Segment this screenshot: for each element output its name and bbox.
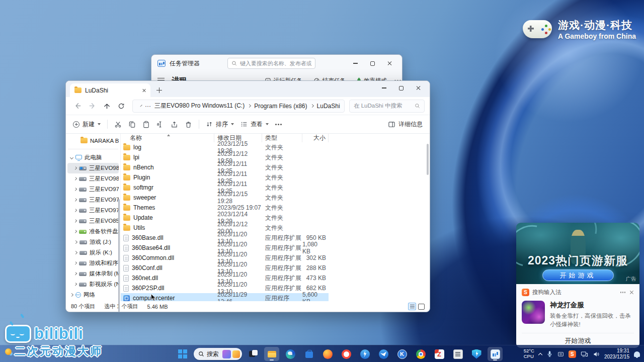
taskbar-app-kugou[interactable]: K (394, 347, 410, 361)
explorer-search-input[interactable]: 在 LuDaShi 中搜索 (349, 100, 425, 113)
back-button[interactable] (71, 100, 84, 113)
chevron-collapsed-icon[interactable] (74, 230, 77, 233)
sidebar-item-drive[interactable]: 准备软件盘格式 (67, 226, 119, 237)
column-header-name[interactable]: 名称 (121, 134, 214, 142)
chevron-collapsed-icon[interactable] (74, 251, 77, 254)
chevron-expanded-icon[interactable] (70, 156, 73, 159)
taskbar-app-taskmgr[interactable] (488, 347, 503, 361)
taskbar-app-store[interactable] (301, 347, 316, 361)
taskbar-app-thunder[interactable] (376, 347, 391, 361)
refresh-button[interactable] (115, 100, 128, 113)
sidebar-item-drive[interactable]: 娱乐 (K:) (67, 247, 119, 258)
sogou-tray-icon[interactable]: S (569, 350, 576, 358)
task-manager-search-input[interactable]: 键入要搜索的名称、发布者或... (227, 58, 315, 69)
cpu-temp-indicator[interactable]: 52°CCPU (524, 348, 534, 359)
hidden-icons-chevron[interactable] (538, 352, 542, 356)
sidebar-item-this-pc[interactable]: 此电脑 (67, 152, 119, 163)
taskbar-app-chrome[interactable] (413, 347, 428, 361)
view-button[interactable]: 查看 (240, 120, 269, 129)
file-list-scrollbar[interactable] (427, 144, 429, 175)
chevron-collapsed-icon[interactable] (74, 177, 77, 180)
chevron-collapsed-icon[interactable] (74, 283, 77, 286)
sort-button[interactable]: 排序 (206, 120, 234, 129)
microphone-icon[interactable] (546, 350, 553, 357)
close-icon[interactable] (629, 290, 634, 295)
chevron-collapsed-icon[interactable] (74, 240, 77, 244)
forward-button[interactable] (86, 100, 99, 113)
cut-button[interactable] (114, 121, 122, 128)
taskbar-search[interactable]: 搜索 (194, 348, 242, 360)
sidebar-item-network[interactable]: 网络 (67, 290, 119, 300)
chevron-collapsed-icon[interactable] (74, 219, 77, 222)
sidebar-item-drive[interactable]: 三星EVO980 P (67, 173, 119, 184)
notification-bell-icon[interactable] (634, 351, 640, 357)
copy-button[interactable] (128, 121, 136, 128)
column-header-type[interactable]: 类型 (262, 134, 302, 142)
sidebar-item-naraka[interactable]: NARAKA BLAD (67, 135, 119, 146)
start-button[interactable] (175, 347, 190, 361)
maximize-button[interactable] (392, 82, 410, 94)
sidebar-item-drive[interactable]: 媒体录制 (M:) (67, 268, 119, 279)
address-bar[interactable]: ··· 三星EVO980 Pro Windows11 (C:) Program … (132, 100, 345, 113)
list-view-toggle[interactable] (408, 303, 416, 310)
taskbar-app-opera[interactable] (339, 347, 354, 361)
details-pane-button[interactable]: 详细信息 (388, 120, 423, 129)
chevron-collapsed-icon[interactable] (74, 188, 77, 191)
sidebar-item-drive[interactable]: 游戏 (J:) (67, 237, 119, 247)
taskbar-app-z[interactable]: Z (432, 347, 447, 361)
volume-icon[interactable] (593, 351, 600, 357)
sidebar-item-drive[interactable]: 三星EVO850 W (67, 216, 119, 226)
breadcrumb-item[interactable]: Program Files (x86) (254, 103, 313, 110)
taskbar-app-lightning[interactable] (357, 347, 372, 361)
taskbar-app-edge[interactable] (283, 347, 298, 361)
taskbar-app-cliptool[interactable] (450, 347, 465, 361)
more-options-icon[interactable] (620, 292, 622, 293)
taskbar-app-firefox[interactable] (320, 347, 335, 361)
game-icon[interactable] (522, 301, 545, 324)
breadcrumb-item[interactable]: LuDaShi (317, 103, 345, 110)
sidebar-item-drive[interactable]: 游戏和程序 (L: (67, 258, 119, 268)
sidebar-item-drive[interactable]: 三星EVO980 P (67, 163, 119, 173)
chevron-collapsed-icon[interactable] (74, 272, 77, 276)
network-icon[interactable] (581, 351, 588, 357)
chevron-collapsed-icon[interactable] (70, 293, 73, 297)
chevron-collapsed-icon[interactable] (74, 198, 77, 201)
sweeper[interactable]: sweeper 2023/12/15 19:28 文件夹 (121, 193, 329, 203)
ad-play-button[interactable]: 开始游戏 (542, 269, 614, 281)
breadcrumb-item[interactable]: 三星EVO980 Pro Windows11 (C:) (154, 102, 251, 110)
column-header-date[interactable]: 修改日期 (214, 134, 262, 142)
icon-view-toggle[interactable] (418, 304, 425, 310)
file-icon (123, 215, 130, 221)
tab-close-icon[interactable] (142, 88, 146, 93)
taskbar-app-taskview[interactable] (246, 347, 261, 361)
breadcrumb-ellipsis[interactable]: ··· (145, 103, 151, 110)
sidebar-item-drive[interactable]: 三星EVO970移 (67, 205, 119, 216)
chevron-collapsed-icon[interactable] (74, 261, 77, 264)
new-button[interactable]: 新建 (73, 120, 101, 129)
minimize-button[interactable] (347, 58, 364, 69)
up-button[interactable] (100, 100, 113, 113)
sidebar-item-drive[interactable]: 影视娱乐 (N:) (67, 279, 119, 290)
taskbar-clock[interactable]: 19:312023/12/15 (604, 348, 629, 360)
sidebar-item-drive[interactable]: 三星EVO970移 (67, 195, 119, 205)
column-header-size[interactable]: 大小 (302, 134, 329, 142)
more-options-icon[interactable] (275, 124, 277, 125)
ad-banner[interactable]: 2023热门页游新服 开始游戏 广告 (516, 223, 639, 284)
minimize-button[interactable] (375, 82, 392, 94)
rename-button[interactable] (156, 121, 164, 128)
ime-icon[interactable] (557, 351, 564, 357)
delete-button[interactable] (185, 121, 192, 128)
chevron-collapsed-icon[interactable] (74, 209, 77, 212)
chevron-collapsed-icon[interactable] (74, 166, 77, 169)
close-button[interactable] (381, 58, 398, 69)
close-button[interactable] (410, 82, 427, 94)
new-tab-button[interactable] (154, 85, 165, 96)
sidebar-scrollbar[interactable] (118, 199, 120, 312)
explorer-tab[interactable]: LuDaShi (70, 83, 150, 97)
taskbar-app-ludashi[interactable] (469, 347, 484, 361)
maximize-button[interactable] (364, 58, 381, 69)
paste-button[interactable] (142, 121, 150, 128)
sidebar-item-drive[interactable]: 三星EVO970 W (67, 184, 119, 195)
share-button[interactable] (171, 121, 178, 128)
taskbar-app-explorer[interactable] (264, 347, 279, 361)
